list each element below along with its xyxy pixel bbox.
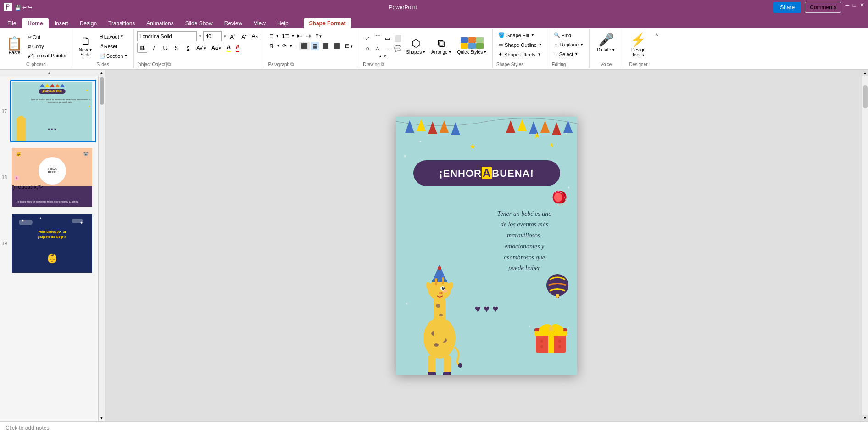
tab-animations[interactable]: Animations — [141, 18, 179, 28]
strikethrough-button[interactable]: S — [172, 43, 182, 53]
copy-button[interactable]: ⧉ Copy — [26, 43, 68, 51]
svg-rect-32 — [442, 277, 444, 284]
text-direction-button[interactable]: ⇅ — [268, 42, 275, 50]
shadow-button[interactable]: S̲ — [183, 43, 193, 53]
canvas-scroll-down[interactable]: ▼ — [862, 415, 868, 421]
svg-point-37 — [458, 363, 462, 368]
font-size-input[interactable] — [203, 31, 222, 41]
font-size-dropdown[interactable]: ▼ — [223, 34, 227, 39]
italic-button[interactable]: I — [149, 43, 159, 53]
ribbon-group-voice: 🎤 Dictate ▼ Voice — [590, 29, 623, 68]
slide-scroll-up[interactable]: ▲ — [99, 70, 105, 76]
shape-outline-button[interactable]: ▭ Shape Outline ▼ — [496, 41, 544, 49]
window-controls[interactable]: Share Comments ─ □ ✕ — [773, 2, 864, 13]
section-button[interactable]: 📑 Section ▼ — [97, 52, 130, 60]
shape-callout[interactable]: 💬 — [393, 44, 402, 53]
clear-format-button[interactable]: A✕ — [250, 32, 260, 40]
cut-button[interactable]: ✂ Cut — [26, 34, 68, 41]
bullets-button[interactable]: ≡ — [268, 31, 274, 40]
convert-to-smartart-button[interactable]: ⟳ — [281, 42, 288, 50]
shape-line[interactable]: ⟋ — [363, 34, 372, 43]
comments-button[interactable]: Comments — [805, 2, 841, 13]
font-family-dropdown[interactable]: ▼ — [198, 34, 202, 39]
font-family-input[interactable] — [137, 31, 197, 41]
increase-indent-button[interactable]: ⇥ — [305, 31, 313, 40]
format-painter-button[interactable]: 🖌 Format Painter — [26, 52, 68, 59]
slide-body-text[interactable]: Tener un bebé es unode los eventos másma… — [485, 209, 563, 274]
new-slide-button[interactable]: 🗋 New ▼ Slide — [76, 34, 95, 58]
align-center-button[interactable]: ▤ — [311, 42, 319, 50]
tab-design[interactable]: Design — [74, 18, 102, 28]
shape-curve[interactable]: ⌒ — [373, 34, 382, 43]
align-right-button[interactable]: ⬛ — [320, 42, 331, 50]
ribbon-collapse[interactable]: ∧ — [654, 29, 660, 68]
character-spacing-button[interactable]: AV▼ — [195, 44, 208, 51]
slide-thumbnail-17[interactable]: ¡ENHORABUENA! Tener un bebé es uno de lo… — [10, 80, 96, 142]
shape-effects-button[interactable]: ✦ Shape Effects ▼ — [496, 51, 544, 58]
slide-number-18: 18 — [2, 175, 7, 180]
canvas-scroll-thumb[interactable] — [863, 85, 868, 108]
slide-scroll-thumb[interactable] — [100, 77, 104, 105]
shape-rect[interactable]: ▭ — [383, 34, 392, 43]
replace-button[interactable]: ↔ Replace ▼ — [552, 41, 585, 48]
paragraph-dialog-button[interactable]: ⧉ — [290, 62, 294, 67]
slide-scroll-down[interactable]: ▼ — [99, 415, 105, 421]
find-button[interactable]: 🔍 Find — [552, 31, 585, 39]
layout-button[interactable]: ⊞ Layout ▼ — [97, 33, 130, 40]
dictate-button[interactable]: 🎤 Dictate ▼ — [593, 31, 619, 61]
collapse-icon[interactable]: ∧ — [655, 31, 659, 38]
canvas-scroll-up[interactable]: ▲ — [862, 70, 868, 76]
font-color-highlight-button[interactable]: A — [225, 43, 233, 53]
underline-button[interactable]: U — [160, 43, 170, 53]
tab-review[interactable]: Review — [219, 18, 248, 28]
quick-styles-button[interactable]: Quick Styles ▼ — [456, 36, 489, 56]
tab-transitions[interactable]: Transitions — [103, 18, 140, 28]
slide-thumb-container-19: 19 ★ ✦ ★ · Felicidades por tu paquete d — [10, 212, 96, 275]
tab-view[interactable]: View — [248, 18, 271, 28]
justify-button[interactable]: ⬛ — [332, 42, 342, 50]
shapes-dropdown-btn[interactable]: ▲ — [378, 54, 382, 58]
notes-bar[interactable]: Click to add notes — [0, 421, 868, 434]
tab-home[interactable]: Home — [22, 18, 48, 28]
select-button[interactable]: ⊹ Select ▼ — [552, 50, 585, 58]
columns-button[interactable]: ⊟▼ — [343, 42, 355, 50]
increase-font-button[interactable]: A+ — [228, 32, 238, 41]
tab-help[interactable]: Help — [272, 18, 294, 28]
change-case-button[interactable]: Aa▼ — [210, 44, 223, 51]
align-left-button[interactable]: ⬛ — [299, 42, 310, 50]
reset-button[interactable]: ↺ Reset — [97, 42, 130, 50]
drawing-dialog-button[interactable]: ⧉ — [381, 62, 384, 67]
design-ideas-button[interactable]: ⚡ Design Ideas — [627, 31, 650, 61]
slide-title-banner[interactable]: ¡ENHORABUENA! — [413, 160, 560, 186]
arrange-button[interactable]: ⧉ Arrange ▼ — [429, 37, 454, 56]
line-spacing-button[interactable]: ≡▼ — [314, 32, 323, 40]
scroll-up-button[interactable]: ▲ — [0, 70, 99, 76]
font-color-button[interactable]: A — [234, 43, 242, 53]
bold-button[interactable]: B — [137, 43, 147, 53]
tab-file[interactable]: File — [2, 18, 22, 28]
main-slide[interactable]: ★ ✦ ★ ✦ ★ ★ ✦ ★ — [396, 117, 577, 375]
minimize-button[interactable]: ─ — [845, 2, 849, 13]
decrease-font-button[interactable]: A- — [239, 32, 248, 41]
shape-fill-button[interactable]: 🪣 Shape Fill ▼ — [496, 31, 544, 39]
tab-shape-format[interactable]: Shape Format — [304, 18, 351, 28]
shapes-button[interactable]: ⬡ Shapes ▼ — [404, 37, 428, 56]
decrease-indent-button[interactable]: ⇤ — [295, 31, 304, 40]
thumb17-title: ¡ENHORABUENA! — [39, 89, 66, 94]
tab-insert[interactable]: Insert — [49, 18, 74, 28]
shape-circle[interactable]: ○ — [363, 44, 372, 53]
paste-button[interactable]: 📋 Paste — [4, 36, 25, 56]
font-dialog-button[interactable]: ⧉ — [167, 62, 171, 67]
slides-label: Slides — [96, 62, 109, 67]
shape-triangle[interactable]: △ — [373, 44, 382, 53]
shape-rounded-rect[interactable]: ⬜ — [393, 34, 402, 43]
drawing-label: Drawing ⧉ — [363, 62, 489, 67]
tab-slideshow[interactable]: Slide Show — [180, 18, 218, 28]
shape-arrow[interactable]: → — [383, 44, 392, 53]
numbering-button[interactable]: 1≡ — [280, 31, 290, 40]
slide-thumbnail-19[interactable]: ★ ✦ ★ · Felicidades por tu paquete de al… — [10, 212, 96, 275]
slide-thumbnail-18[interactable]: ¡HOLA,BEBÉ! 🐱 🐨 🌸 Te deseo miles de mome… — [10, 146, 96, 209]
close-button[interactable]: ✕ — [860, 2, 864, 13]
share-button[interactable]: Share — [773, 2, 801, 13]
maximize-button[interactable]: □ — [853, 2, 856, 13]
